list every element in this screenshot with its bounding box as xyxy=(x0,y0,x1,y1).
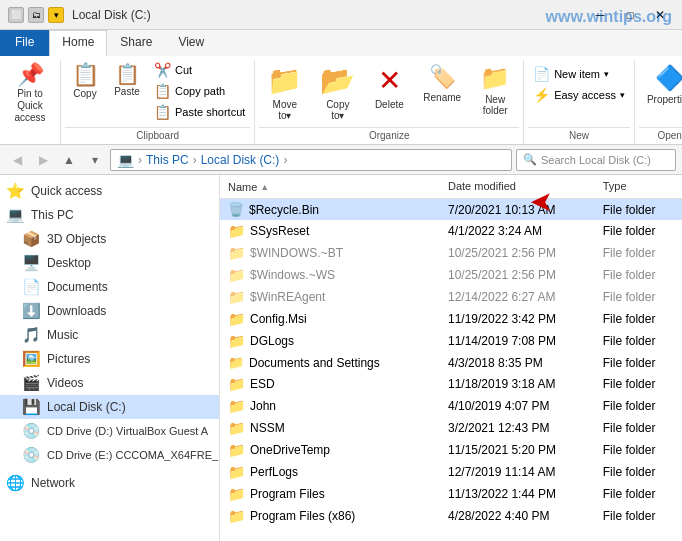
sidebar-downloads-label: Downloads xyxy=(47,304,106,318)
address-bar: ◀ ▶ ▲ ▾ 💻 › This PC › Local Disk (C:) › … xyxy=(0,145,682,175)
col-header-type[interactable]: Type xyxy=(595,177,682,196)
file-row-esd[interactable]: 📁 ESD 11/18/2019 3:18 AM File folder xyxy=(220,373,682,395)
desktop-icon: 🖥️ xyxy=(22,254,41,272)
paste-shortcut-button[interactable]: 📋 Paste shortcut xyxy=(149,102,250,122)
folder-icon-program-files-x86: 📁 xyxy=(228,508,245,524)
paste-button[interactable]: 📋 Paste xyxy=(107,60,147,101)
file-row-documents-settings[interactable]: 📁 Documents and Settings 4/3/2018 8:35 P… xyxy=(220,352,682,373)
3d-objects-icon: 📦 xyxy=(22,230,41,248)
rename-button[interactable]: 🏷️ Rename xyxy=(415,60,469,107)
sidebar-item-this-pc[interactable]: 💻 This PC xyxy=(0,203,219,227)
sidebar-item-documents[interactable]: 📄 Documents xyxy=(0,275,219,299)
easy-access-label: Easy access xyxy=(554,89,616,101)
sidebar-item-downloads[interactable]: ⬇️ Downloads xyxy=(0,299,219,323)
copy-path-button[interactable]: 📋 Copy path xyxy=(149,81,250,101)
file-row-john[interactable]: 📁 John 4/10/2019 4:07 PM File folder xyxy=(220,395,682,417)
copy-button[interactable]: 📋 Copy xyxy=(65,60,105,103)
breadcrumb-localdisk[interactable]: Local Disk (C:) xyxy=(201,153,280,167)
pin-label: Pin to Quick access xyxy=(10,88,50,124)
file-row-recycle-bin[interactable]: 🗑️ $Recycle.Bin 7/20/2021 10:13 AM File … xyxy=(220,199,682,220)
paste-label: Paste xyxy=(114,86,140,97)
col-name-label: Name xyxy=(228,181,257,193)
file-cell-type-perflogs: File folder xyxy=(595,464,682,480)
sidebar-item-desktop[interactable]: 🖥️ Desktop xyxy=(0,251,219,275)
properties-button[interactable]: 🔷 Properties xyxy=(639,60,682,109)
john-name: John xyxy=(250,399,276,413)
file-cell-name-john: 📁 John xyxy=(220,397,440,415)
move-label: Moveto▾ xyxy=(273,99,297,121)
file-row-config-msi[interactable]: 📁 Config.Msi 11/19/2022 3:42 PM File fol… xyxy=(220,308,682,330)
sidebar-item-pictures[interactable]: 🖼️ Pictures xyxy=(0,347,219,371)
sidebar-item-videos[interactable]: 🎬 Videos xyxy=(0,371,219,395)
new-item-icon: 📄 xyxy=(533,66,550,82)
file-cell-name-sysreset: 📁 SSysReset xyxy=(220,222,440,240)
pin-quick-access-button[interactable]: 📌 Pin to Quick access xyxy=(4,60,56,128)
file-row-nssm[interactable]: 📁 NSSM 3/2/2021 12:43 PM File folder xyxy=(220,417,682,439)
recycle-bin-name: $Recycle.Bin xyxy=(249,203,319,217)
col-header-date[interactable]: Date modified xyxy=(440,177,595,196)
file-list-header: Name ▲ Date modified Type xyxy=(220,175,682,199)
windows-bt-name: $WINDOWS.~BT xyxy=(250,246,343,260)
folder-icon-windows-bt: 📁 xyxy=(228,245,245,261)
file-row-perflogs[interactable]: 📁 PerfLogs 12/7/2019 11:14 AM File folde… xyxy=(220,461,682,483)
up-button[interactable]: ▲ xyxy=(58,149,80,171)
file-cell-name-recycle: 🗑️ $Recycle.Bin xyxy=(220,201,440,218)
new-label: New xyxy=(528,127,630,144)
new-item-button[interactable]: 📄 New item ▾ xyxy=(528,64,630,84)
recent-locations-button[interactable]: ▾ xyxy=(84,149,106,171)
file-row-sysreset[interactable]: 📁 SSysReset 4/1/2022 3:24 AM File folder xyxy=(220,220,682,242)
new-folder-icon: 📁 xyxy=(480,64,510,92)
search-box[interactable]: 🔍 Search Local Disk (C:) xyxy=(516,149,676,171)
rename-icon: 🏷️ xyxy=(429,64,456,90)
sidebar-item-cd-drive-d[interactable]: 💿 CD Drive (D:) VirtualBox Guest A xyxy=(0,419,219,443)
breadcrumb-thispc-label[interactable]: This PC xyxy=(146,153,189,167)
file-cell-date-john: 4/10/2019 4:07 PM xyxy=(440,398,595,414)
sidebar-item-cd-drive-e[interactable]: 💿 CD Drive (E:) CCCOMA_X64FRE_ xyxy=(0,443,219,467)
move-to-button[interactable]: 📁 Moveto▾ xyxy=(259,60,310,125)
file-row-dglogs[interactable]: 📁 DGLogs 11/14/2019 7:08 PM File folder xyxy=(220,330,682,352)
col-header-name[interactable]: Name ▲ xyxy=(220,177,440,196)
file-cell-date-perflogs: 12/7/2019 11:14 AM xyxy=(440,464,595,480)
file-row-windows-bt[interactable]: 📁 $WINDOWS.~BT 10/25/2021 2:56 PM File f… xyxy=(220,242,682,264)
folder-icon-esd: 📁 xyxy=(228,376,245,392)
address-path[interactable]: 💻 › This PC › Local Disk (C:) › xyxy=(110,149,512,171)
sidebar-item-network[interactable]: 🌐 Network xyxy=(0,471,219,495)
file-row-windows-ws[interactable]: 📁 $Windows.~WS 10/25/2021 2:56 PM File f… xyxy=(220,264,682,286)
cut-button[interactable]: ✂️ Cut xyxy=(149,60,250,80)
file-row-program-files-x86[interactable]: 📁 Program Files (x86) 4/28/2022 4:40 PM … xyxy=(220,505,682,527)
config-msi-name: Config.Msi xyxy=(250,312,307,326)
file-row-onedrivetemp[interactable]: 📁 OneDriveTemp 11/15/2021 5:20 PM File f… xyxy=(220,439,682,461)
folder-icon-documents-settings: 📁 xyxy=(228,355,244,370)
tab-home[interactable]: Home xyxy=(49,30,107,56)
new-item-label: New item xyxy=(554,68,600,80)
delete-button[interactable]: ✕ Delete xyxy=(365,60,413,114)
new-folder-button[interactable]: 📁 Newfolder xyxy=(471,60,519,120)
folder-icon-config-msi: 📁 xyxy=(228,311,245,327)
file-row-winreagent[interactable]: 📁 $WinREAgent 12/14/2022 6:27 AM File fo… xyxy=(220,286,682,308)
forward-button[interactable]: ▶ xyxy=(32,149,54,171)
recycle-bin-icon: 🗑️ xyxy=(228,202,244,217)
back-button[interactable]: ◀ xyxy=(6,149,28,171)
easy-access-button[interactable]: ⚡ Easy access ▾ xyxy=(528,85,630,105)
path-arrow1: › xyxy=(138,153,142,167)
rename-label: Rename xyxy=(423,92,461,103)
tab-file[interactable]: File xyxy=(0,30,49,56)
sidebar-item-3d-objects[interactable]: 📦 3D Objects xyxy=(0,227,219,251)
file-cell-name-program-files: 📁 Program Files xyxy=(220,485,440,503)
tab-view[interactable]: View xyxy=(165,30,217,56)
esd-name: ESD xyxy=(250,377,275,391)
tab-share[interactable]: Share xyxy=(107,30,165,56)
pin-icon: 📌 xyxy=(17,64,44,86)
sidebar-item-music[interactable]: 🎵 Music xyxy=(0,323,219,347)
main-content: ⭐ Quick access 💻 This PC 📦 3D Objects 🖥️… xyxy=(0,175,682,541)
new-folder-label: Newfolder xyxy=(483,94,508,116)
sidebar-item-quick-access[interactable]: ⭐ Quick access xyxy=(0,179,219,203)
paste-shortcut-icon: 📋 xyxy=(154,104,171,120)
file-row-program-files[interactable]: 📁 Program Files 11/13/2022 1:44 PM File … xyxy=(220,483,682,505)
dglogs-name: DGLogs xyxy=(250,334,294,348)
sidebar-documents-label: Documents xyxy=(47,280,108,294)
sidebar-desktop-label: Desktop xyxy=(47,256,91,270)
sidebar-network-label: Network xyxy=(31,476,75,490)
sidebar-item-local-disk[interactable]: 💾 Local Disk (C:) xyxy=(0,395,219,419)
copy-to-button[interactable]: 📂 Copyto▾ xyxy=(312,60,363,125)
